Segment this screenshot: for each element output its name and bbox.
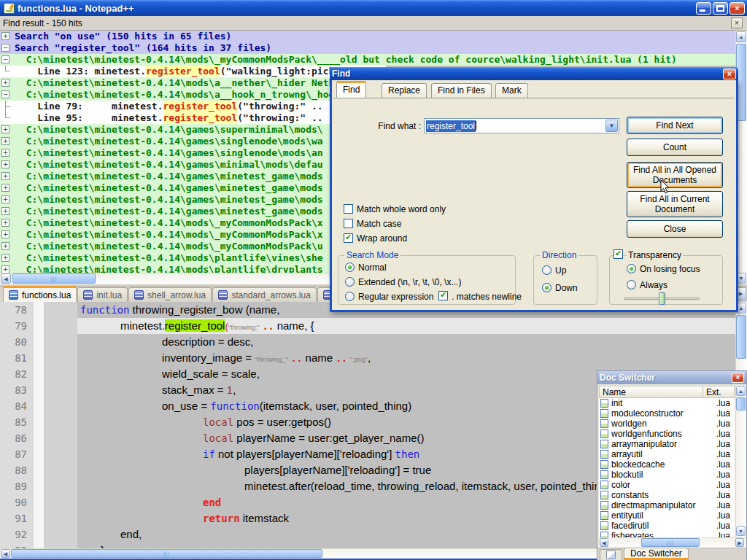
tab-mark[interactable]: Mark bbox=[495, 83, 528, 98]
code-line[interactable]: 79minetest.register_tool("throwing:" .. … bbox=[0, 318, 735, 334]
scroll-left-icon[interactable]: ◀ bbox=[600, 538, 608, 547]
fold-minus-icon[interactable]: − bbox=[1, 44, 9, 52]
down-radio[interactable] bbox=[542, 283, 551, 292]
match-case-checkbox[interactable] bbox=[344, 219, 353, 228]
fold-plus-icon[interactable]: + bbox=[1, 265, 9, 273]
transparency-slider-thumb[interactable] bbox=[659, 292, 665, 305]
notepadpp-app-icon bbox=[4, 3, 15, 14]
fold-plus-icon[interactable]: + bbox=[1, 242, 9, 250]
matches-newline-checkbox[interactable] bbox=[438, 291, 448, 300]
wrap-around-checkbox[interactable] bbox=[344, 233, 353, 243]
fold-plus-icon[interactable]: + bbox=[1, 149, 9, 157]
transparency-checkbox[interactable] bbox=[614, 249, 623, 259]
doc-switcher-close-button[interactable]: × bbox=[732, 373, 744, 383]
doc-list-item[interactable]: init.lua bbox=[599, 398, 735, 408]
doc-list-item[interactable]: arrayutil.lua bbox=[599, 449, 735, 459]
code-line[interactable]: 81inventory_image = "throwing_" .. name … bbox=[0, 350, 735, 366]
fold-minus-icon[interactable]: − bbox=[1, 90, 9, 98]
ext-column-header[interactable]: Ext. bbox=[703, 386, 734, 397]
close-dialog-button[interactable]: Close bbox=[627, 220, 723, 238]
scroll-left-icon[interactable]: ◀ bbox=[1, 549, 10, 558]
file-tab-init-lua[interactable]: init.lua bbox=[77, 287, 128, 302]
find-what-combo[interactable]: register_tool ▼ bbox=[424, 118, 619, 133]
file-tab-functions-lua[interactable]: functions.lua bbox=[3, 286, 77, 302]
doc-list-item[interactable]: worldgenfunctions.lua bbox=[599, 429, 735, 439]
find-all-current-button[interactable]: Find All in Current Document bbox=[627, 191, 723, 217]
fold-margin: + bbox=[0, 124, 15, 136]
fold-plus-icon[interactable]: + bbox=[1, 219, 9, 227]
scroll-up-icon[interactable]: ▲ bbox=[736, 31, 746, 42]
up-radio[interactable] bbox=[542, 265, 551, 275]
close-button[interactable]: × bbox=[729, 2, 745, 15]
doc-name: arrayutil bbox=[611, 449, 705, 459]
doc-list-item[interactable]: fisheryates.lua bbox=[599, 531, 735, 537]
fold-plus-icon[interactable]: + bbox=[1, 160, 9, 168]
maximize-button[interactable] bbox=[713, 2, 728, 15]
fold-plus-icon[interactable]: + bbox=[1, 207, 9, 215]
normal-radio[interactable] bbox=[345, 262, 355, 272]
doc-list-item[interactable]: worldgen.lua bbox=[599, 419, 735, 429]
find-all-opened-button[interactable]: Find All in All Opened Documents bbox=[627, 162, 723, 188]
fold-plus-icon[interactable]: + bbox=[1, 137, 9, 145]
find-result-row[interactable]: −Search "register_tool" (164 hits in 37 … bbox=[0, 42, 735, 54]
find-result-close-button[interactable]: × bbox=[731, 18, 743, 28]
fold-plus-icon[interactable]: + bbox=[1, 195, 9, 203]
fold-plus-icon[interactable]: + bbox=[1, 32, 9, 40]
doc-list-item[interactable]: constants.lua bbox=[599, 490, 735, 500]
editor-vscroll-thumb[interactable] bbox=[736, 315, 746, 359]
doc-vscroll-thumb[interactable] bbox=[736, 397, 746, 411]
code-line[interactable]: 80description = desc, bbox=[0, 334, 735, 350]
fold-plus-icon[interactable]: + bbox=[1, 125, 9, 133]
scroll-down-icon[interactable]: ▼ bbox=[736, 526, 746, 536]
tab-find[interactable]: Find bbox=[336, 81, 366, 98]
doc-list-item[interactable]: color.lua bbox=[599, 480, 735, 490]
fold-plus-icon[interactable]: + bbox=[1, 184, 9, 192]
doc-list-item[interactable]: entityutil.lua bbox=[599, 510, 735, 521]
find-dialog-title: Find bbox=[332, 69, 723, 79]
normal-label: Normal bbox=[358, 262, 387, 273]
find-dialog-close-button[interactable]: × bbox=[723, 69, 736, 79]
fold-plus-icon[interactable]: + bbox=[1, 230, 9, 238]
concat-operator: .. bbox=[336, 353, 347, 364]
always-radio[interactable] bbox=[627, 280, 636, 289]
doc-hscroll-thumb[interactable]: ||| bbox=[641, 538, 700, 547]
count-button[interactable]: Count bbox=[627, 139, 723, 156]
doc-list-item[interactable]: directmapmanipulator.lua bbox=[599, 500, 735, 510]
doc-list-item[interactable]: blockedcache.lua bbox=[599, 459, 735, 470]
regex-radio[interactable] bbox=[345, 292, 355, 301]
doc-list-item[interactable]: facedirutil.lua bbox=[599, 521, 735, 531]
fold-plus-icon[interactable]: + bbox=[1, 254, 9, 262]
doc-switcher-titlebar[interactable]: Doc Switcher × bbox=[597, 371, 746, 384]
fold-margin bbox=[44, 318, 77, 334]
file-tab-standard_arrows-lua[interactable]: standard_arrows.lua bbox=[212, 287, 317, 302]
minimize-button[interactable] bbox=[696, 2, 711, 15]
match-whole-word-checkbox[interactable] bbox=[344, 204, 353, 214]
scroll-left-icon[interactable]: ◀ bbox=[1, 273, 11, 284]
combo-dropdown-icon[interactable]: ▼ bbox=[605, 120, 618, 132]
extended-radio[interactable] bbox=[345, 277, 355, 287]
file-tab-shell_arrow-lua[interactable]: shell_arrow.lua bbox=[128, 287, 212, 302]
tab-replace[interactable]: Replace bbox=[382, 83, 427, 98]
find-next-button[interactable]: Find Next bbox=[627, 117, 723, 134]
find-result-row[interactable]: − C:\minetest\minetest-0.4.14\mods\_myCo… bbox=[0, 54, 735, 66]
fold-plus-icon[interactable]: + bbox=[1, 172, 9, 180]
panel-tab-icon-only[interactable] bbox=[600, 549, 622, 560]
scroll-up-icon[interactable]: ▲ bbox=[736, 386, 746, 396]
scroll-right-icon[interactable]: ▶ bbox=[735, 538, 744, 547]
doc-list-item[interactable]: moduleconstructor.lua bbox=[599, 408, 735, 419]
on-losing-focus-radio[interactable] bbox=[627, 264, 636, 273]
lua-file-icon bbox=[600, 521, 608, 530]
fold-plus-icon[interactable]: + bbox=[1, 79, 9, 87]
find-dialog-titlebar[interactable]: Find × bbox=[330, 67, 738, 80]
fold-minus-icon[interactable]: − bbox=[1, 55, 9, 63]
panel-tab-doc-switcher[interactable]: Doc Switcher bbox=[624, 548, 689, 560]
name-column-header[interactable]: Name bbox=[600, 386, 703, 397]
tab-find-in-files[interactable]: Find in Files bbox=[431, 83, 492, 98]
editor-hscroll-thumb[interactable]: ||| bbox=[11, 549, 322, 558]
doc-list-item[interactable]: arraymanipulator.lua bbox=[599, 439, 735, 449]
doc-list-item[interactable]: blockutil.lua bbox=[599, 470, 735, 480]
find-result-row[interactable]: +Search "on use" (150 hits in 65 files) bbox=[0, 31, 735, 42]
keyword: function bbox=[80, 304, 129, 316]
doc-list-header[interactable]: Name Ext. bbox=[599, 386, 735, 398]
results-hscroll-thumb[interactable]: ||| bbox=[12, 273, 96, 284]
